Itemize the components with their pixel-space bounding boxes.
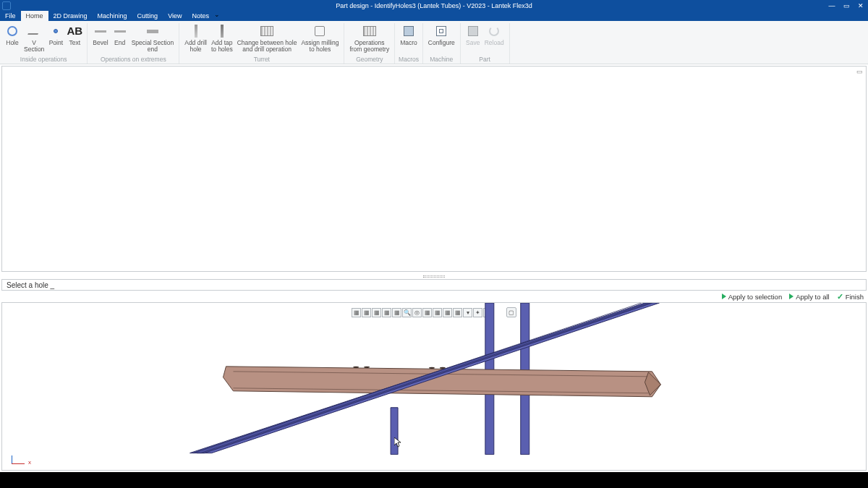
group-label-machine: Machine (430, 56, 453, 64)
ribbon-group-inside-operations: Hole V Section Point AB Text Inside oper… (0, 23, 88, 64)
apply-to-all-button[interactable]: Apply to all (789, 293, 829, 301)
hole-icon (5, 23, 20, 39)
geometry-icon (362, 23, 377, 39)
ribbon-collapse-icon[interactable]: ⌄ (214, 11, 220, 21)
special-section-end-button[interactable]: Special Section end (129, 23, 176, 53)
origin-axes: x (9, 453, 31, 466)
group-label-inside: Inside operations (20, 56, 67, 64)
svg-point-10 (440, 367, 446, 369)
finish-button[interactable]: ✓ Finish (837, 292, 864, 301)
maximize-button[interactable]: ▭ (839, 0, 854, 11)
change-op-icon (260, 23, 274, 39)
assign-milling-button[interactable]: Assign milling to holes (299, 23, 341, 53)
special-section-end-icon (145, 23, 160, 39)
tap-icon (215, 23, 229, 39)
group-label-macros: Macros (399, 56, 419, 64)
operations-from-geometry-button[interactable]: Operations from geometry (347, 23, 391, 53)
tab-notes[interactable]: Notes (187, 11, 214, 21)
ribbon: Hole V Section Point AB Text Inside oper… (0, 21, 868, 64)
configure-button[interactable]: Configure (426, 23, 457, 46)
point-icon (48, 23, 63, 39)
titlebar: Part design - IdentifyHoles3 (Lantek Tub… (0, 0, 868, 11)
menu-tabs: File Home 2D Drawing Machining Cutting V… (0, 11, 868, 21)
panel-splitter[interactable] (0, 273, 868, 279)
milling-icon (312, 23, 327, 39)
window-title: Part design - IdentifyHoles3 (Lantek Tub… (336, 2, 532, 9)
axis-x-label: x (28, 459, 31, 466)
hole-button[interactable]: Hole (3, 23, 22, 46)
save-button[interactable]: Save (464, 23, 482, 46)
configure-icon (434, 23, 448, 39)
point-button[interactable]: Point (46, 23, 65, 46)
tab-view[interactable]: View (163, 11, 187, 21)
group-label-turret: Turret (254, 56, 270, 64)
v-section-button[interactable]: V Section (22, 23, 46, 53)
tab-file[interactable]: File (0, 11, 21, 21)
text-button[interactable]: AB Text (65, 23, 84, 46)
text-icon: AB (67, 23, 82, 39)
group-label-part: Part (479, 56, 490, 64)
command-text: Select a hole _ (7, 281, 54, 289)
command-actions: Apply to selection Apply to all ✓ Finish (0, 291, 868, 302)
ribbon-group-extremes: Bevel End Special Section end Operations… (88, 23, 179, 64)
macro-icon (401, 23, 416, 39)
end-icon (113, 23, 127, 39)
command-prompt[interactable]: Select a hole _ (1, 279, 867, 291)
ribbon-group-turret: Add drill hole Add tap to holes Change b… (179, 23, 344, 64)
svg-marker-0 (391, 408, 398, 455)
viewport-3d[interactable]: ▦ ▦ ▦ ▦ ▦ 🔍 ◎ ▦ ▦ ▦ ▦ ▾ ✦ ▾ ▢ (1, 302, 867, 471)
group-label-geometry: Geometry (356, 56, 383, 64)
bevel-button[interactable]: Bevel (90, 23, 110, 46)
minimize-button[interactable]: — (825, 0, 839, 11)
ribbon-group-macros: Macro Macros (395, 23, 423, 64)
svg-point-7 (353, 367, 359, 368)
bevel-icon (93, 23, 108, 39)
tab-machining[interactable]: Machining (93, 11, 132, 21)
apply-all-icon (789, 294, 793, 299)
bottom-bar (0, 472, 868, 488)
svg-point-8 (364, 367, 370, 368)
model-render (2, 303, 866, 455)
apply-to-selection-button[interactable]: Apply to selection (722, 293, 782, 301)
panel-collapse-icon[interactable]: ▭ (856, 68, 863, 75)
close-button[interactable]: ✕ (854, 0, 868, 11)
svg-point-9 (429, 367, 435, 369)
upper-sketch-panel[interactable]: ▭ (1, 66, 867, 272)
drill-hole-icon (189, 23, 203, 39)
tab-cutting[interactable]: Cutting (132, 11, 163, 21)
group-label-extremes: Operations on extremes (101, 56, 166, 64)
add-tap-button[interactable]: Add tap to holes (209, 23, 235, 53)
ribbon-group-geometry: Operations from geometry Geometry (344, 23, 395, 64)
app-logo-icon (2, 1, 11, 10)
finish-check-icon: ✓ (837, 292, 843, 301)
tab-2d-drawing[interactable]: 2D Drawing (48, 11, 93, 21)
tab-home[interactable]: Home (21, 11, 48, 21)
change-hole-drill-button[interactable]: Change between hole and drill operation (235, 23, 299, 53)
reload-icon (487, 23, 501, 39)
apply-selection-icon (722, 294, 726, 299)
add-drill-hole-button[interactable]: Add drill hole (182, 23, 209, 53)
ribbon-group-part: Save Reload Part (461, 23, 510, 64)
reload-button[interactable]: Reload (482, 23, 506, 46)
save-icon (466, 23, 480, 39)
v-section-icon (27, 23, 41, 39)
window-controls: — ▭ ✕ (825, 0, 868, 11)
end-button[interactable]: End (111, 23, 129, 46)
macro-button[interactable]: Macro (398, 23, 420, 46)
ribbon-group-machine: Configure Machine (423, 23, 461, 64)
splitter-grip-icon (423, 275, 445, 278)
